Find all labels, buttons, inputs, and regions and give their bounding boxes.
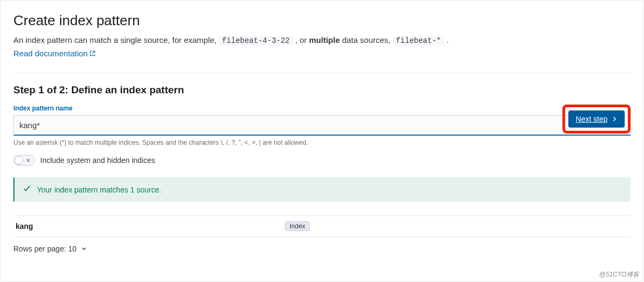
chevron-down-icon bbox=[81, 244, 87, 253]
match-callout: Your index pattern matches 1 source. bbox=[13, 177, 631, 202]
step-title: Step 1 of 2: Define an index pattern bbox=[13, 84, 631, 96]
toggle-knob bbox=[14, 156, 23, 165]
callout-text: Your index pattern matches 1 source. bbox=[37, 185, 161, 194]
table-row: kang Index bbox=[13, 216, 631, 237]
close-icon: ✕ bbox=[26, 158, 31, 164]
index-badge: Index bbox=[285, 221, 309, 231]
index-pattern-name-label: Index pattern name bbox=[13, 105, 631, 112]
code-example-single: filebeat-4-3-22 bbox=[219, 36, 293, 46]
source-type-cell: Index bbox=[285, 221, 309, 231]
desc-after-bold: data sources, bbox=[342, 35, 392, 44]
help-text: Use an asterisk (*) to match multiple in… bbox=[13, 139, 631, 146]
desc-suffix: . bbox=[447, 35, 449, 44]
sources-table: kang Index bbox=[13, 216, 631, 237]
desc-bold: multiple bbox=[309, 35, 340, 44]
doc-link-label: Read documentation bbox=[13, 49, 87, 58]
page-title: Create index pattern bbox=[13, 12, 631, 29]
pagination-label: Rows per page: 10 bbox=[13, 244, 77, 253]
code-example-multi: filebeat-* bbox=[393, 36, 444, 46]
external-link-icon bbox=[90, 49, 96, 58]
chevron-right-icon bbox=[612, 115, 617, 123]
desc-middle: , or bbox=[295, 35, 309, 44]
source-name: kang bbox=[16, 222, 285, 231]
index-pattern-name-input[interactable] bbox=[13, 115, 631, 136]
divider bbox=[13, 73, 631, 73]
next-step-button[interactable]: Next step bbox=[568, 110, 625, 128]
toggle-label: Include system and hidden indices bbox=[40, 156, 155, 165]
watermark: @51CTO博客 bbox=[599, 270, 639, 279]
next-step-highlight: Next step bbox=[562, 105, 631, 133]
include-system-indices-toggle[interactable]: ✕ bbox=[13, 155, 35, 166]
check-icon bbox=[23, 185, 31, 194]
desc-prefix: An index pattern can match a single sour… bbox=[13, 35, 219, 44]
next-step-label: Next step bbox=[576, 115, 608, 123]
rows-per-page-selector[interactable]: Rows per page: 10 bbox=[13, 244, 87, 253]
read-documentation-link[interactable]: Read documentation bbox=[13, 49, 96, 58]
description-text: An index pattern can match a single sour… bbox=[13, 34, 631, 47]
